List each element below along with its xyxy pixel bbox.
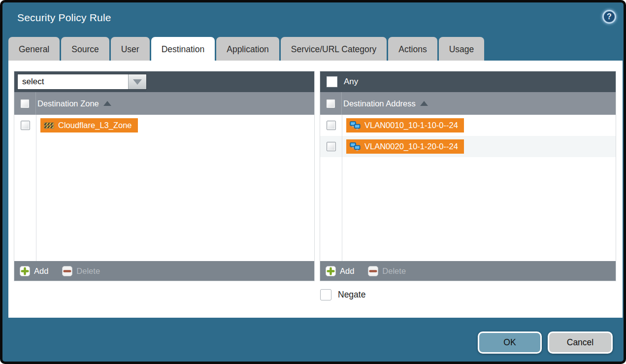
address-row-vlan0010[interactable]: VLAN0010_10-1-10-0--24 [320, 115, 616, 136]
zone-item-label: Cloudflare_L3_Zone [58, 121, 132, 130]
any-checkbox[interactable] [327, 76, 337, 87]
zone-column-title: Destination Zone [37, 99, 99, 108]
address-item-chip[interactable]: VLAN0020_10-1-20-0--24 [346, 139, 464, 154]
tab-service-url-category[interactable]: Service/URL Category [281, 37, 387, 61]
negate-control: Negate [320, 289, 365, 300]
address-row-checkbox[interactable] [327, 121, 336, 130]
security-policy-rule-dialog: Security Policy Rule ? General Source Us… [0, 0, 626, 364]
address-column-header[interactable]: Destination Address [320, 92, 616, 115]
zone-barricade-icon [44, 121, 54, 130]
address-header-checkbox-cell [320, 92, 342, 115]
zone-list: Cloudflare_L3_Zone [14, 115, 314, 261]
ok-button[interactable]: OK [478, 331, 542, 354]
tab-user[interactable]: User [111, 37, 150, 61]
sort-ascending-icon [420, 101, 428, 106]
tab-usage[interactable]: Usage [439, 37, 485, 61]
address-row-vlan0020[interactable]: VLAN0020_10-1-20-0--24 [320, 136, 616, 157]
zone-header-checkbox-cell [14, 92, 36, 115]
sort-ascending-icon [103, 101, 111, 106]
dialog-title: Security Policy Rule [17, 12, 111, 24]
zone-add-button[interactable]: Add [20, 266, 48, 276]
zone-add-label: Add [34, 266, 48, 276]
zone-delete-button[interactable]: Delete [62, 266, 100, 276]
tab-source[interactable]: Source [61, 37, 109, 61]
zone-column-header[interactable]: Destination Zone [14, 92, 314, 115]
address-network-icon [350, 121, 361, 130]
plus-icon [326, 266, 336, 276]
zone-select-all-checkbox[interactable] [20, 99, 30, 108]
address-select-all-checkbox[interactable] [326, 99, 335, 108]
plus-icon [20, 266, 30, 276]
column-separator [36, 115, 36, 261]
any-label: Any [344, 77, 358, 87]
destination-zone-panel: select Destination Zone [14, 71, 314, 281]
destination-tab-content: select Destination Zone [8, 61, 623, 318]
address-delete-label: Delete [382, 266, 406, 276]
address-toolbar: Add Delete [320, 261, 616, 281]
tab-general[interactable]: General [8, 37, 60, 61]
zone-item-chip[interactable]: Cloudflare_L3_Zone [40, 118, 138, 132]
chevron-down-icon [133, 79, 142, 85]
tab-actions[interactable]: Actions [388, 37, 437, 61]
zone-panel-header: select [14, 71, 314, 92]
zone-toolbar: Add Delete [14, 261, 314, 281]
zone-delete-label: Delete [76, 266, 100, 276]
address-row-checkbox[interactable] [327, 142, 336, 151]
address-add-label: Add [340, 266, 354, 276]
address-add-button[interactable]: Add [326, 266, 354, 276]
address-panel-header: Any [320, 71, 616, 92]
tab-bar: General Source User Destination Applicat… [8, 37, 484, 61]
address-item-chip[interactable]: VLAN0010_10-1-10-0--24 [346, 118, 464, 132]
address-row-checkbox-cell [320, 136, 342, 157]
address-row-checkbox-cell [320, 115, 342, 136]
address-column-title: Destination Address [343, 99, 416, 108]
zone-row-checkbox-cell [14, 115, 36, 136]
address-item-label: VLAN0010_10-1-10-0--24 [364, 121, 458, 130]
negate-checkbox[interactable] [320, 289, 331, 300]
help-icon[interactable]: ? [602, 10, 616, 24]
zone-select-input[interactable]: select [18, 74, 128, 89]
tab-application[interactable]: Application [216, 37, 279, 61]
destination-address-panel: Any Destination Address [320, 71, 616, 281]
zone-select-combobox[interactable]: select [17, 74, 147, 90]
tab-destination[interactable]: Destination [151, 37, 215, 61]
address-list: VLAN0010_10-1-10-0--24 [320, 115, 616, 261]
zone-row-checkbox[interactable] [21, 121, 30, 130]
minus-icon [62, 266, 72, 276]
zone-row-cloudflare[interactable]: Cloudflare_L3_Zone [14, 115, 314, 136]
address-item-label: VLAN0020_10-1-20-0--24 [364, 142, 458, 151]
negate-label: Negate [338, 290, 365, 300]
address-network-icon [350, 142, 361, 151]
minus-icon [368, 266, 378, 276]
zone-select-dropdown-button[interactable] [128, 74, 146, 89]
column-separator [342, 115, 342, 261]
cancel-button[interactable]: Cancel [548, 331, 613, 354]
address-delete-button[interactable]: Delete [368, 266, 406, 276]
